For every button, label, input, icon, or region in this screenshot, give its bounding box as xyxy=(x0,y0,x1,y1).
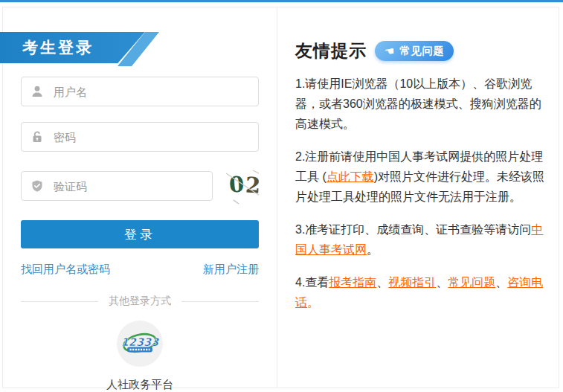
tip-text: 、 xyxy=(376,276,388,289)
platform-login[interactable]: 12333 人社政务平台 xyxy=(21,321,259,392)
captcha-image[interactable]: 02937 xyxy=(225,167,259,205)
captcha-noise-lines xyxy=(225,167,259,205)
faq-badge-button[interactable]: ☚ 常见问题 xyxy=(375,41,454,61)
tip-text: 4.查看 xyxy=(295,276,329,289)
captcha-field[interactable] xyxy=(21,171,213,201)
banner-ribbon-tip xyxy=(118,32,159,66)
tip-text: 。 xyxy=(367,243,379,256)
tip: 2.注册前请使用中国人事考试网提供的照片处理工具 (点此下载)对照片文件进行处理… xyxy=(295,147,547,207)
logo-number: 12333 xyxy=(121,336,160,348)
divider-line-left xyxy=(21,301,98,302)
top-accent-bar xyxy=(0,0,563,2)
register-link[interactable]: 新用户注册 xyxy=(203,263,259,277)
tip-text: 。 xyxy=(307,296,319,309)
login-title: 考生登录 xyxy=(0,32,159,63)
username-field[interactable] xyxy=(21,77,259,106)
recover-password-link[interactable]: 找回用户名或密码 xyxy=(21,263,110,277)
notice-title: 友情提示 xyxy=(295,39,367,62)
lock-icon xyxy=(30,130,44,144)
hand-pointer-icon: ☚ xyxy=(384,44,396,59)
tip: 1.请使用IE浏览器（10以上版本）、谷歌浏览器，或者360浏览器的极速模式、搜… xyxy=(295,74,547,134)
tip-link[interactable]: 点此下载 xyxy=(326,170,374,183)
shield-check-icon xyxy=(30,179,44,193)
tip-text: 、 xyxy=(495,276,507,289)
main-container: 考生登录 xyxy=(2,7,559,388)
tip-text: 3.准考证打印、成绩查询、证书查验等请访问 xyxy=(295,223,531,236)
login-button[interactable]: 登录 xyxy=(21,220,259,248)
tip-link[interactable]: 常见问题 xyxy=(448,276,495,289)
password-field[interactable] xyxy=(21,122,259,152)
tip: 4.查看报考指南、视频指引、常见问题、咨询电话。 xyxy=(295,272,547,312)
login-links-row: 找回用户名或密码 新用户注册 xyxy=(21,263,259,277)
12333-logo-icon[interactable]: 12333 xyxy=(117,321,163,367)
platform-label: 人社政务平台 xyxy=(21,378,259,392)
tip-link[interactable]: 报考指南 xyxy=(329,276,376,289)
divider-line-right xyxy=(181,301,259,302)
faq-badge-label: 常见问题 xyxy=(399,45,444,58)
login-title-banner: 考生登录 xyxy=(0,32,165,68)
tip-text: 1.请使用IE浏览器（10以上版本）、谷歌浏览器，或者360浏览器的极速模式、搜… xyxy=(295,77,541,130)
captcha-row: 02937 xyxy=(21,167,259,205)
notice-tips: 1.请使用IE浏览器（10以上版本）、谷歌浏览器，或者360浏览器的极速模式、搜… xyxy=(295,74,547,312)
notice-header: 友情提示 ☚ 常见问题 xyxy=(295,39,547,62)
password-input[interactable] xyxy=(52,130,249,144)
tip-link[interactable]: 视频指引 xyxy=(388,276,436,289)
notice-panel: 友情提示 ☚ 常见问题 1.请使用IE浏览器（10以上版本）、谷歌浏览器，或者3… xyxy=(277,7,559,388)
username-input[interactable] xyxy=(52,85,249,99)
user-icon xyxy=(30,85,44,98)
tip: 3.准考证打印、成绩查询、证书查验等请访问中国人事考试网。 xyxy=(295,219,547,260)
tip-text: 、 xyxy=(436,276,448,289)
other-login-label: 其他登录方式 xyxy=(109,295,171,308)
captcha-input[interactable] xyxy=(52,179,203,193)
other-login-divider: 其他登录方式 xyxy=(21,295,259,308)
login-panel: 考生登录 xyxy=(3,7,277,388)
